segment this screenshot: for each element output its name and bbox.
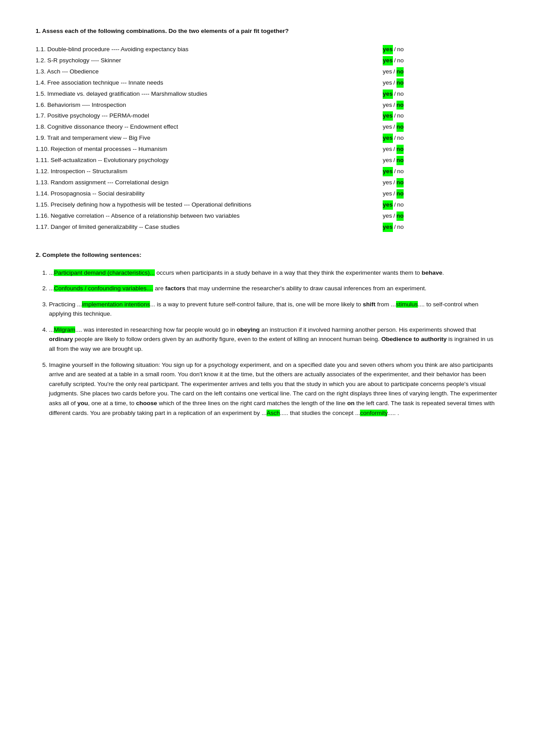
text-bold3: Obedience to authority bbox=[381, 336, 447, 342]
pair-answer: yes / no bbox=[383, 100, 498, 111]
pair-text: 1.5. Immediate vs. delayed gratification… bbox=[36, 89, 383, 100]
highlight-participant-demand: Participant demand (characteristics)... bbox=[54, 269, 155, 276]
answer-yes: yes bbox=[383, 134, 393, 143]
answer-no: no bbox=[396, 122, 404, 132]
pair-text: 1.4. Free association technique --- Inna… bbox=[36, 77, 383, 89]
answer-no: no bbox=[396, 211, 404, 221]
text-bold-choose: choose bbox=[136, 400, 157, 406]
list-item: ...Participant demand (characteristics).… bbox=[49, 268, 498, 278]
sentence-list: ...Participant demand (characteristics).… bbox=[36, 268, 498, 418]
answer-slash: / bbox=[393, 156, 395, 165]
table-row: 1.15. Precisely defining how a hypothesi… bbox=[36, 199, 498, 211]
text-after: that may undermine the researcher's abil… bbox=[185, 285, 426, 292]
answer-slash: / bbox=[393, 178, 395, 187]
answer-no: no bbox=[396, 189, 404, 199]
highlight-confounds: Confounds / confounding variables.... bbox=[54, 285, 153, 292]
answer-slash: / bbox=[394, 45, 396, 54]
pair-answer: yes / no bbox=[383, 133, 498, 144]
pair-answer: yes / no bbox=[383, 199, 498, 211]
text-after: from ... bbox=[376, 301, 396, 308]
highlight-milgram: Milgram bbox=[54, 326, 75, 333]
text-p5: ..... that studies the concept ... bbox=[280, 410, 360, 416]
table-row: 1.16. Negative correlation -- Absence of… bbox=[36, 211, 498, 222]
pair-text: 1.3. Asch --- Obedience bbox=[36, 66, 383, 77]
answer-no: no bbox=[396, 101, 404, 110]
answer-yes: yes bbox=[383, 178, 392, 187]
pair-answer: yes / no bbox=[383, 110, 498, 122]
text-before: Practicing ... bbox=[49, 301, 82, 308]
pair-text: 1.14. Prosopagnosia -- Social desirabili… bbox=[36, 188, 383, 199]
answer-yes: yes bbox=[383, 223, 393, 232]
text-bold-you: you bbox=[77, 400, 88, 406]
answer-no: no bbox=[396, 156, 404, 165]
section-1-title: 1. Assess each of the following combinat… bbox=[36, 27, 498, 36]
table-row: 1.13. Random assignment --- Correlationa… bbox=[36, 177, 498, 188]
answer-slash: / bbox=[394, 200, 396, 210]
pair-text: 1.16. Negative correlation -- Absence of… bbox=[36, 211, 383, 222]
pair-text: 1.11. Self-actualization -- Evolutionary… bbox=[36, 155, 383, 166]
list-item: ...Milgram.... was interested in researc… bbox=[49, 325, 498, 354]
answer-yes: yes bbox=[383, 167, 393, 176]
pair-answer: yes / no bbox=[383, 177, 498, 188]
pair-answer: yes / no bbox=[383, 44, 498, 55]
text-before: ... bbox=[49, 326, 54, 333]
pair-text: 1.6. Behaviorism ---- Introspection bbox=[36, 100, 383, 111]
answer-slash: / bbox=[393, 122, 395, 132]
answer-no: no bbox=[397, 223, 404, 232]
text-before: ... bbox=[49, 269, 54, 276]
table-row: 1.14. Prosopagnosia -- Social desirabili… bbox=[36, 188, 498, 199]
answer-slash: / bbox=[393, 145, 395, 154]
answer-slash: / bbox=[394, 111, 396, 121]
text-after3: people are likely to follow orders given… bbox=[73, 336, 381, 342]
pair-answer: yes / no bbox=[383, 122, 498, 133]
answer-no: no bbox=[397, 167, 404, 176]
text-middle: are bbox=[153, 285, 165, 292]
pair-text: 1.1. Double-blind procedure ---- Avoidin… bbox=[36, 44, 383, 55]
list-item: Imagine yourself in the following situat… bbox=[49, 360, 498, 418]
answer-slash: / bbox=[393, 78, 395, 88]
text-p2: , one at a time, to bbox=[88, 400, 136, 406]
answer-slash: / bbox=[394, 89, 396, 99]
section-1: 1. Assess each of the following combinat… bbox=[36, 27, 498, 233]
text-bold: shift bbox=[363, 301, 376, 308]
answer-no: no bbox=[396, 78, 404, 88]
text-after1: .... was interested in researching how f… bbox=[75, 326, 236, 333]
answer-slash: / bbox=[394, 223, 396, 232]
section-2: 2. Complete the following sentences: ...… bbox=[36, 251, 498, 418]
answer-no: no bbox=[397, 111, 404, 121]
highlight-asch: Asch bbox=[267, 410, 280, 416]
pair-text: 1.10. Rejection of mental processes -- H… bbox=[36, 144, 383, 155]
highlight-stimulus: stimulus bbox=[396, 301, 418, 308]
answer-slash: / bbox=[393, 101, 395, 110]
answer-yes: yes bbox=[383, 101, 392, 110]
text-middle: ... is a way to prevent future self-cont… bbox=[150, 301, 363, 308]
answer-no: no bbox=[396, 67, 404, 77]
pairs-table: 1.1. Double-blind procedure ---- Avoidin… bbox=[36, 44, 498, 233]
pair-answer: yes / no bbox=[383, 166, 498, 177]
answer-yes: yes bbox=[383, 200, 393, 210]
pair-text: 1.2. S-R psychology ---- Skinner bbox=[36, 55, 383, 66]
answer-yes: yes bbox=[383, 56, 393, 65]
table-row: 1.17. Danger of limited generalizability… bbox=[36, 222, 498, 233]
answer-yes: yes bbox=[383, 67, 392, 77]
answer-no: no bbox=[397, 89, 404, 99]
text-after: . bbox=[442, 269, 444, 276]
answer-yes: yes bbox=[383, 122, 392, 132]
table-row: 1.3. Asch --- Obedienceyes / no bbox=[36, 66, 498, 77]
answer-slash: / bbox=[394, 56, 396, 65]
highlight-conformity: conformity bbox=[360, 410, 387, 416]
answer-no: no bbox=[397, 134, 404, 143]
table-row: 1.6. Behaviorism ---- Introspectionyes /… bbox=[36, 100, 498, 111]
answer-no: no bbox=[397, 56, 404, 65]
table-row: 1.12. Introspection -- Structuralismyes … bbox=[36, 166, 498, 177]
answer-no: no bbox=[396, 178, 404, 187]
pair-answer: yes / no bbox=[383, 89, 498, 100]
text-before: ... bbox=[49, 285, 54, 292]
answer-yes: yes bbox=[383, 89, 393, 99]
answer-slash: / bbox=[394, 167, 396, 176]
text-middle: occurs when participants in a study beha… bbox=[155, 269, 422, 276]
pair-answer: yes / no bbox=[383, 222, 498, 233]
table-row: 1.10. Rejection of mental processes -- H… bbox=[36, 144, 498, 155]
answer-no: no bbox=[397, 200, 404, 210]
section-2-title: 2. Complete the following sentences: bbox=[36, 251, 498, 260]
